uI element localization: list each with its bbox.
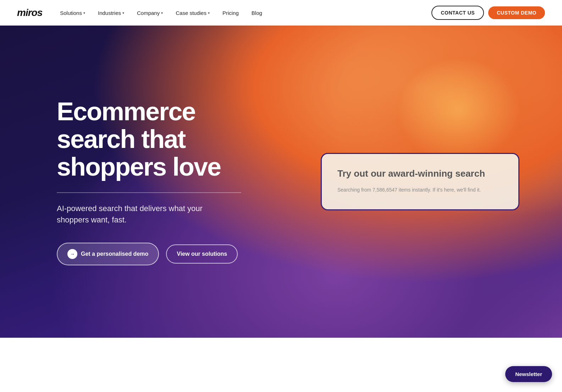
nav-right: CONTACT US CUSTOM DEMO (431, 6, 545, 20)
hero-content: Ecommerce search that shoppers love AI-p… (0, 98, 562, 265)
search-card-title: Try out our award-winning search (337, 168, 503, 179)
nav-link-company[interactable]: Company▾ (132, 7, 168, 19)
nav-links: Solutions▾Industries▾Company▾Case studie… (55, 7, 267, 19)
chevron-down-icon: ▾ (208, 11, 210, 15)
navbar: miros Solutions▾Industries▾Company▾Case … (0, 0, 562, 26)
hero-title: Ecommerce search that shoppers love (57, 98, 277, 181)
hero-buttons: → Get a personalised demo View our solut… (57, 243, 277, 265)
hero-subtitle: AI-powered search that delivers what you… (57, 203, 227, 226)
get-demo-label: Get a personalised demo (81, 251, 148, 257)
nav-link-industries[interactable]: Industries▾ (93, 7, 129, 19)
logo[interactable]: miros (17, 7, 42, 18)
get-demo-button[interactable]: → Get a personalised demo (57, 243, 159, 265)
search-card-subtitle: Searching from 7,586,6547 items instantl… (337, 186, 503, 194)
nav-link-blog[interactable]: Blog (247, 7, 267, 19)
view-solutions-button[interactable]: View our solutions (166, 244, 238, 264)
arrow-icon: → (67, 249, 77, 259)
search-card: Try out our award-winning search Searchi… (321, 153, 519, 210)
hero-section: Ecommerce search that shoppers love AI-p… (0, 26, 562, 338)
nav-left: miros Solutions▾Industries▾Company▾Case … (17, 7, 267, 19)
bottom-strip (0, 338, 562, 392)
contact-us-button[interactable]: CONTACT US (431, 6, 484, 20)
nav-link-case-studies[interactable]: Case studies▾ (171, 7, 215, 19)
chevron-down-icon: ▾ (83, 11, 85, 15)
nav-link-pricing[interactable]: Pricing (217, 7, 244, 19)
hero-divider (57, 192, 241, 193)
chevron-down-icon: ▾ (161, 11, 163, 15)
hero-left: Ecommerce search that shoppers love AI-p… (57, 98, 277, 265)
nav-link-solutions[interactable]: Solutions▾ (55, 7, 90, 19)
hero-right: Try out our award-winning search Searchi… (321, 153, 519, 210)
custom-demo-button[interactable]: CUSTOM DEMO (488, 6, 545, 19)
chevron-down-icon: ▾ (122, 11, 124, 15)
newsletter-button[interactable]: Newsletter (505, 366, 552, 382)
